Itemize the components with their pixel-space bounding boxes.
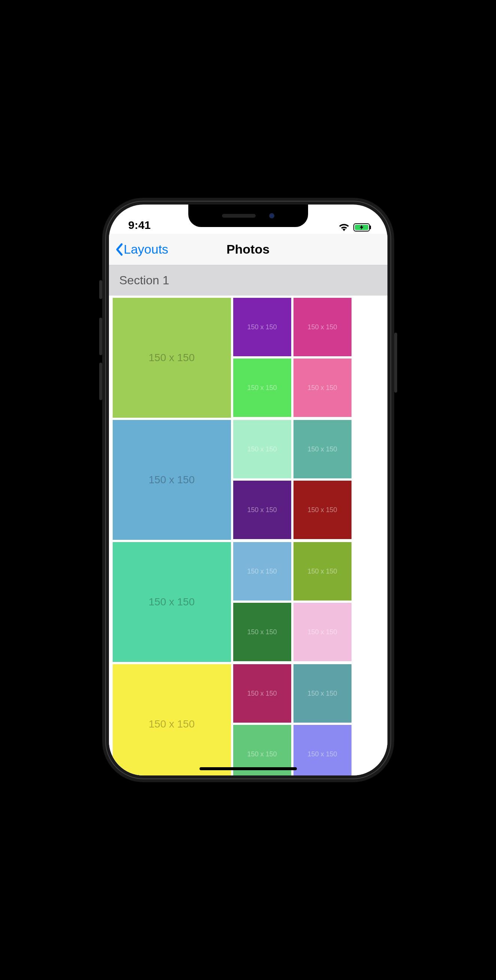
photo-cell-small[interactable]: 150 x 150	[233, 480, 291, 539]
home-indicator[interactable]	[200, 767, 297, 770]
silence-switch[interactable]	[99, 280, 102, 299]
photo-cell-small[interactable]: 150 x 150	[233, 664, 291, 723]
photo-cell-large[interactable]: 150 x 150	[113, 298, 231, 418]
section-header: Section 1	[109, 265, 387, 296]
photo-cell-small[interactable]: 150 x 150	[233, 603, 291, 661]
photo-cell-small[interactable]: 150 x 150	[293, 542, 352, 600]
photo-cell-large[interactable]: 150 x 150	[113, 664, 231, 775]
power-button[interactable]	[394, 332, 397, 393]
photo-cell-group: 150 x 150150 x 150150 x 150150 x 150	[231, 296, 352, 418]
volume-up-button[interactable]	[99, 318, 102, 355]
back-button[interactable]: Layouts	[115, 242, 168, 257]
photo-cell-small[interactable]: 150 x 150	[293, 603, 352, 661]
front-camera	[269, 213, 274, 218]
battery-icon	[353, 223, 371, 232]
page-title: Photos	[227, 242, 269, 257]
photo-cell-small[interactable]: 150 x 150	[293, 480, 352, 539]
back-label: Layouts	[124, 242, 168, 257]
photo-cell-small[interactable]: 150 x 150	[293, 358, 352, 417]
chevron-left-icon	[115, 243, 123, 256]
stage: 9:41	[0, 0, 496, 980]
status-time: 9:41	[128, 219, 151, 232]
photo-grid: 150 x 150150 x 150150 x 150150 x 150150 …	[109, 296, 387, 775]
photo-cell-small[interactable]: 150 x 150	[293, 664, 352, 723]
photo-cell-small[interactable]: 150 x 150	[293, 420, 352, 478]
photo-cell-small[interactable]: 150 x 150	[233, 358, 291, 417]
volume-down-button[interactable]	[99, 363, 102, 400]
navigation-bar: Layouts Photos	[109, 234, 387, 265]
content-scroll[interactable]: Section 1 150 x 150150 x 150150 x 150150…	[109, 265, 387, 775]
photo-cell-small[interactable]: 150 x 150	[293, 298, 352, 356]
screen: 9:41	[109, 205, 387, 775]
speaker	[222, 214, 256, 218]
device-frame: 9:41	[102, 198, 394, 782]
wifi-icon	[338, 223, 350, 232]
photo-cell-large[interactable]: 150 x 150	[113, 542, 231, 662]
photo-cell-group: 150 x 150150 x 150150 x 150150 x 150	[231, 662, 352, 775]
photo-cell-group: 150 x 150150 x 150150 x 150150 x 150	[231, 540, 352, 662]
photo-cell-group: 150 x 150150 x 150150 x 150150 x 150	[231, 418, 352, 540]
photo-cell-large[interactable]: 150 x 150	[113, 420, 231, 540]
status-indicators	[338, 223, 371, 232]
notch	[188, 205, 308, 227]
photo-cell-small[interactable]: 150 x 150	[233, 298, 291, 356]
photo-cell-small[interactable]: 150 x 150	[233, 542, 291, 600]
photo-cell-small[interactable]: 150 x 150	[293, 725, 352, 775]
photo-cell-small[interactable]: 150 x 150	[233, 420, 291, 478]
